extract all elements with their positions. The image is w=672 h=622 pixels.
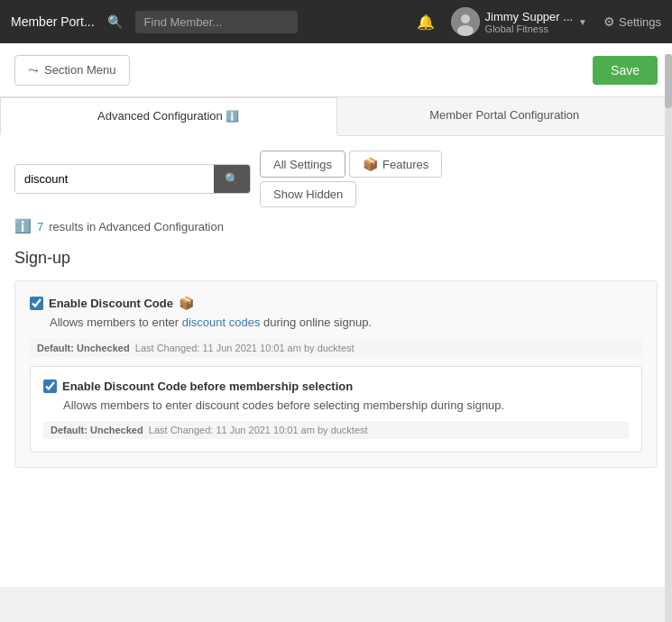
setting-item-enable-discount-before: Enable Discount Code before membership s…	[43, 380, 629, 440]
section-menu-button[interactable]: ⤳ Section Menu	[14, 55, 130, 86]
settings-card: Enable Discount Code 📦 Allows members to…	[14, 280, 658, 468]
user-menu-chevron-icon: ▼	[578, 17, 587, 27]
user-name: Jimmy Supper ...	[485, 10, 574, 23]
header-search-icon[interactable]: 🔍	[104, 11, 126, 32]
search-input-wrap: 🔍	[14, 164, 251, 194]
filter-buttons: All Settings 📦 Features Show Hidden	[260, 151, 442, 207]
results-text: results in Advanced Configuration	[49, 220, 224, 233]
results-info: ℹ️ 7 results in Advanced Configuration	[14, 218, 658, 234]
scrollbar[interactable]	[665, 54, 672, 622]
enable-discount-before-label: Enable Discount Code before membership s…	[62, 380, 353, 393]
discount-codes-link[interactable]: discount codes	[182, 316, 261, 329]
discount-code-cube-icon: 📦	[179, 296, 194, 310]
section-menu-icon: ⤳	[28, 63, 39, 78]
features-cube-icon: 📦	[363, 157, 378, 171]
all-settings-button[interactable]: All Settings	[260, 151, 345, 178]
filter-row-1: All Settings 📦 Features	[260, 151, 442, 178]
setting-label-row: Enable Discount Code 📦	[30, 296, 642, 310]
tab-member-portal-configuration[interactable]: Member Portal Configuration	[337, 97, 673, 135]
toolbar: ⤳ Section Menu Save	[0, 43, 672, 97]
app-header: Member Port... 🔍 🔔 Jimmy Supper ... Glob…	[0, 0, 672, 43]
enable-discount-before-checkbox[interactable]	[43, 380, 57, 393]
header-search-input[interactable]	[135, 11, 298, 33]
enable-discount-before-desc: Allows members to enter discount codes b…	[43, 397, 629, 415]
setting-item-enable-discount-code: Enable Discount Code 📦 Allows members to…	[30, 296, 642, 357]
notification-bell-icon[interactable]: 🔔	[410, 10, 442, 34]
enable-discount-code-label: Enable Discount Code	[49, 297, 173, 310]
section-menu-label: Section Menu	[44, 63, 116, 77]
svg-point-1	[461, 14, 470, 23]
features-button[interactable]: 📦 Features	[349, 151, 442, 178]
user-info: Jimmy Supper ... Global Fitness	[485, 10, 574, 34]
enable-discount-code-checkbox[interactable]	[30, 297, 43, 310]
all-settings-label: All Settings	[273, 158, 332, 171]
tab-advanced-configuration[interactable]: Advanced Configuration ℹ️	[0, 97, 337, 136]
user-menu[interactable]: Jimmy Supper ... Global Fitness ▼	[451, 7, 587, 36]
content-area: 🔍 All Settings 📦 Features Show Hidden	[0, 136, 672, 587]
filter-row-2: Show Hidden	[260, 181, 442, 207]
tabs: Advanced Configuration ℹ️ Member Portal …	[0, 97, 672, 136]
info-icon: ℹ️	[226, 110, 239, 123]
settings-link[interactable]: ⚙ Settings	[603, 14, 661, 29]
show-hidden-label: Show Hidden	[273, 188, 343, 201]
section-heading: Sign-up	[14, 249, 658, 268]
show-hidden-button[interactable]: Show Hidden	[260, 181, 356, 207]
enable-discount-before-meta: Default: Unchecked Last Changed: 11 Jun …	[43, 421, 629, 439]
avatar	[451, 7, 480, 36]
scrollbar-thumb[interactable]	[665, 54, 672, 108]
settings-label: Settings	[619, 15, 661, 29]
search-button[interactable]: 🔍	[214, 165, 250, 193]
app-title: Member Port...	[11, 14, 95, 29]
tab-portal-label: Member Portal Configuration	[429, 108, 579, 122]
results-count: 7	[37, 220, 43, 233]
search-input[interactable]	[15, 166, 214, 192]
save-button[interactable]: Save	[593, 56, 658, 85]
search-bar: 🔍 All Settings 📦 Features Show Hidden	[14, 151, 658, 207]
results-info-icon: ℹ️	[14, 218, 32, 234]
setting-label-row-inner: Enable Discount Code before membership s…	[43, 380, 629, 393]
tab-advanced-label: Advanced Configuration	[97, 109, 223, 123]
user-org: Global Fitness	[485, 23, 574, 34]
enable-discount-code-desc: Allows members to enter discount codes d…	[30, 314, 642, 332]
svg-point-2	[457, 25, 474, 36]
sub-settings-card: Enable Discount Code before membership s…	[30, 366, 642, 453]
features-label: Features	[382, 158, 428, 171]
enable-discount-code-meta: Default: Unchecked Last Changed: 11 Jun …	[30, 339, 642, 357]
gear-icon: ⚙	[603, 14, 615, 29]
